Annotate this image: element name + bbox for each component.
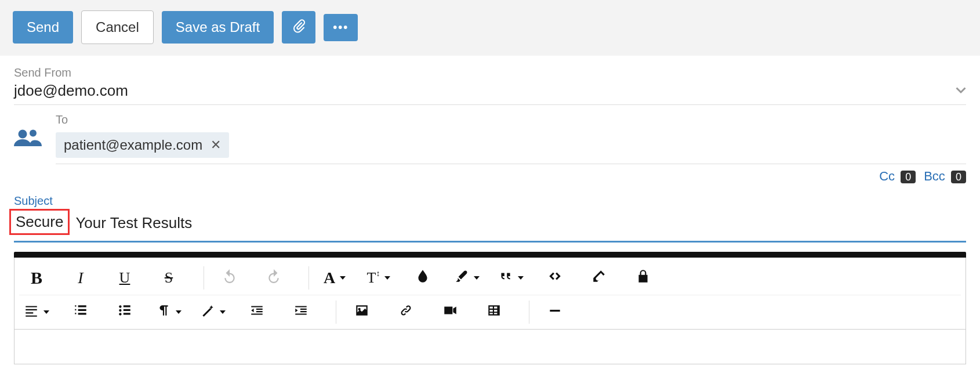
strikethrough-button[interactable]: S bbox=[151, 265, 186, 291]
ordered-list-button[interactable] bbox=[63, 299, 98, 325]
font-family-dropdown[interactable]: A bbox=[317, 265, 352, 291]
unordered-list-icon bbox=[117, 303, 132, 321]
bcc-label: Bcc bbox=[924, 169, 945, 183]
highlight-dropdown[interactable] bbox=[449, 265, 484, 291]
subject-section: Subject Secure bbox=[14, 194, 966, 243]
compose-action-bar: Send Cancel Save as Draft ••• bbox=[0, 0, 980, 56]
svg-point-1 bbox=[30, 130, 37, 137]
recipient-chip-label: patient@example.com bbox=[64, 137, 202, 153]
bcc-toggle[interactable]: Bcc 0 bbox=[924, 169, 966, 184]
to-section: To patient@example.com ✕ Cc 0 Bcc 0 bbox=[14, 113, 966, 184]
recipient-chip[interactable]: patient@example.com ✕ bbox=[56, 132, 229, 158]
image-button[interactable] bbox=[344, 299, 379, 325]
indent-icon bbox=[293, 303, 308, 321]
toolbar-separator bbox=[204, 266, 204, 290]
magic-dropdown[interactable] bbox=[195, 299, 230, 325]
ordered-list-icon bbox=[73, 303, 88, 321]
svg-point-3 bbox=[119, 309, 121, 312]
clear-format-button[interactable] bbox=[582, 265, 616, 291]
droplet-icon bbox=[415, 269, 430, 287]
cc-toggle[interactable]: Cc 0 bbox=[879, 169, 916, 184]
cc-label: Cc bbox=[879, 169, 895, 183]
table-icon bbox=[487, 303, 502, 321]
svg-point-0 bbox=[19, 130, 27, 139]
redo-button[interactable] bbox=[256, 265, 291, 291]
pilcrow-icon bbox=[156, 303, 171, 321]
align-icon bbox=[24, 303, 39, 321]
horizontal-rule-button[interactable] bbox=[538, 299, 572, 325]
lock-icon bbox=[636, 269, 651, 287]
undo-button[interactable] bbox=[212, 265, 247, 291]
bcc-count: 0 bbox=[951, 171, 966, 183]
subject-label: Subject bbox=[14, 194, 966, 208]
eraser-icon bbox=[591, 269, 607, 287]
remove-recipient-icon[interactable]: ✕ bbox=[210, 138, 221, 153]
subject-row: Secure bbox=[14, 208, 966, 243]
chevron-down-icon bbox=[956, 85, 966, 97]
toolbar-separator bbox=[336, 301, 336, 324]
lock-button[interactable] bbox=[626, 265, 660, 291]
align-dropdown[interactable] bbox=[19, 299, 54, 325]
font-family-label: A bbox=[324, 269, 335, 287]
italic-button[interactable]: I bbox=[63, 265, 98, 291]
text-color-button[interactable] bbox=[405, 265, 440, 291]
quote-icon bbox=[498, 269, 513, 287]
quote-dropdown[interactable] bbox=[493, 265, 528, 291]
outdent-icon bbox=[249, 303, 264, 321]
cancel-button[interactable]: Cancel bbox=[81, 10, 154, 44]
outdent-button[interactable] bbox=[239, 299, 274, 325]
redo-icon bbox=[266, 269, 281, 287]
wand-icon bbox=[200, 303, 215, 321]
editor-body[interactable] bbox=[14, 330, 966, 364]
paragraph-dropdown[interactable] bbox=[151, 299, 186, 325]
bold-button[interactable]: B bbox=[19, 265, 54, 291]
link-button[interactable] bbox=[389, 299, 423, 325]
font-size-dropdown[interactable]: T↕ bbox=[361, 265, 396, 291]
from-dropdown[interactable]: jdoe@demo.com bbox=[14, 82, 966, 105]
to-label: To bbox=[56, 113, 966, 126]
editor-top-border bbox=[14, 252, 966, 258]
from-value: jdoe@demo.com bbox=[14, 82, 128, 100]
svg-point-4 bbox=[119, 313, 121, 315]
editor-toolbar: B I U S A T↕ bbox=[14, 258, 966, 330]
video-button[interactable] bbox=[433, 299, 467, 325]
to-input[interactable]: patient@example.com ✕ bbox=[56, 129, 966, 164]
secure-tag: Secure bbox=[9, 209, 70, 235]
font-size-label: T↕ bbox=[367, 269, 380, 287]
code-button[interactable] bbox=[538, 265, 572, 291]
image-icon bbox=[354, 303, 369, 321]
save-draft-button[interactable]: Save as Draft bbox=[162, 11, 274, 44]
subject-input[interactable] bbox=[75, 214, 966, 232]
people-icon[interactable] bbox=[14, 127, 42, 150]
undo-icon bbox=[222, 269, 237, 287]
svg-rect-5 bbox=[550, 310, 560, 312]
editor: B I U S A T↕ bbox=[14, 252, 966, 364]
video-icon bbox=[442, 303, 458, 321]
table-button[interactable] bbox=[477, 299, 511, 325]
brush-icon bbox=[454, 269, 469, 287]
attach-button[interactable] bbox=[282, 11, 315, 44]
more-actions-button[interactable]: ••• bbox=[324, 14, 358, 41]
code-icon bbox=[547, 269, 562, 287]
from-label: Send From bbox=[14, 66, 966, 79]
send-button[interactable]: Send bbox=[13, 11, 73, 44]
cc-bcc-row: Cc 0 Bcc 0 bbox=[56, 169, 966, 184]
compose-fields: Send From jdoe@demo.com To patient@examp… bbox=[0, 56, 980, 243]
indent-button[interactable] bbox=[284, 299, 318, 325]
from-section: Send From jdoe@demo.com bbox=[14, 66, 966, 105]
underline-button[interactable]: U bbox=[107, 265, 142, 291]
svg-point-2 bbox=[119, 305, 121, 308]
toolbar-separator bbox=[529, 301, 529, 324]
ellipsis-icon: ••• bbox=[333, 21, 349, 34]
link-icon bbox=[398, 303, 413, 321]
unordered-list-button[interactable] bbox=[107, 299, 142, 325]
paperclip-icon bbox=[291, 18, 306, 37]
cc-count: 0 bbox=[901, 171, 916, 183]
minus-icon bbox=[547, 303, 562, 321]
toolbar-separator bbox=[308, 266, 309, 290]
